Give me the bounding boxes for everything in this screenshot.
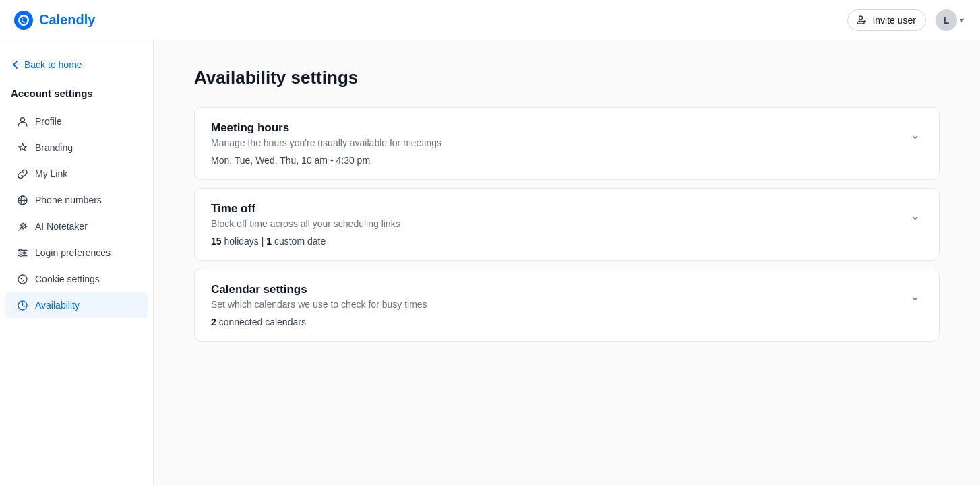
star-icon [16,141,28,154]
sidebar-item-phone-numbers-label: Phone numbers [35,195,102,205]
link-icon [16,168,28,180]
sidebar: Back to home Account settings Profile Br… [0,40,154,485]
sidebar-item-my-link-label: My Link [35,168,67,179]
svg-point-0 [14,11,33,30]
user-avatar: L [936,9,957,31]
time-off-card: Time off Block off time across all your … [194,188,940,261]
header-right: Invite user L ▾ [847,7,967,34]
svg-point-6 [20,255,22,257]
svg-point-8 [20,278,22,279]
user-menu-button[interactable]: L ▾ [933,7,967,34]
svg-point-4 [19,249,21,251]
logo-text: Calendly [39,12,95,28]
sidebar-item-phone-numbers[interactable]: Phone numbers [5,187,148,213]
invite-user-icon [857,15,868,26]
calendar-settings-card-info: Calendar settings Set which calendars we… [211,283,427,310]
svg-point-5 [23,252,25,254]
meeting-hours-card-header[interactable]: Meeting hours Manage the hours you're us… [195,108,939,148]
time-off-body: 15 holidays | 1 custom date [195,229,939,260]
invite-user-button[interactable]: Invite user [847,9,926,31]
back-arrow-icon [11,60,20,69]
sidebar-item-cookie-settings-label: Cookie settings [35,273,100,284]
globe-icon [16,194,28,206]
sidebar-item-profile[interactable]: Profile [5,108,148,134]
meeting-hours-desc: Manage the hours you're usually availabl… [211,137,441,148]
meeting-hours-card-info: Meeting hours Manage the hours you're us… [211,121,441,148]
invite-user-label: Invite user [872,15,916,26]
sidebar-item-login-preferences-label: Login preferences [35,247,111,258]
user-menu-chevron-icon: ▾ [960,15,964,25]
sliders-icon [16,247,28,259]
svg-point-9 [23,280,24,281]
time-off-custom-count: 1 [266,236,272,247]
page-title: Availability settings [194,67,940,88]
sidebar-item-my-link[interactable]: My Link [5,161,148,187]
main-content: Availability settings Meeting hours Mana… [154,40,980,485]
calendar-settings-title: Calendar settings [211,283,427,296]
calendly-logo-icon [13,10,34,30]
sidebar-item-profile-label: Profile [35,116,62,127]
header: Calendly Invite user L ▾ [0,0,980,40]
meeting-hours-body: Mon, Tue, Wed, Thu, 10 am - 4:30 pm [195,148,939,179]
meeting-hours-detail: Mon, Tue, Wed, Thu, 10 am - 4:30 pm [211,155,370,166]
time-off-title: Time off [211,202,400,216]
person-icon [16,115,28,127]
sidebar-item-branding[interactable]: Branding [5,135,148,160]
svg-point-1 [20,117,24,121]
time-off-holidays-label: holidays | [224,236,266,247]
layout: Back to home Account settings Profile Br… [0,40,980,485]
wand-icon [16,220,28,232]
time-off-desc: Block off time across all your schedulin… [211,218,400,229]
logo: Calendly [13,10,95,30]
meeting-hours-title: Meeting hours [211,121,441,135]
calendar-settings-card: Calendar settings Set which calendars we… [194,269,940,342]
connected-calendars-count: 2 [211,317,216,327]
sidebar-item-login-preferences[interactable]: Login preferences [5,240,148,265]
meeting-hours-chevron-icon: ⌄ [907,125,923,145]
calendar-settings-card-header[interactable]: Calendar settings Set which calendars we… [195,269,939,310]
sidebar-item-ai-notetaker[interactable]: AI Notetaker [5,214,148,239]
sidebar-item-availability[interactable]: Availability [5,292,148,318]
back-to-home-label: Back to home [24,59,82,70]
time-off-card-header[interactable]: Time off Block off time across all your … [195,189,939,229]
meeting-hours-card: Meeting hours Manage the hours you're us… [194,107,940,180]
sidebar-item-cookie-settings[interactable]: Cookie settings [5,266,148,292]
back-to-home-link[interactable]: Back to home [0,54,153,75]
svg-point-10 [22,280,22,281]
calendar-settings-desc: Set which calendars we use to check for … [211,299,427,310]
time-off-custom-label: custom date [274,236,326,247]
sidebar-item-ai-notetaker-label: AI Notetaker [35,221,88,232]
time-off-chevron-icon: ⌄ [907,205,923,226]
connected-calendars-label: connected calendars [219,317,306,327]
time-off-holidays-count: 15 [211,236,222,247]
clock-icon [16,299,28,311]
calendar-settings-chevron-icon: ⌄ [907,286,923,306]
time-off-card-info: Time off Block off time across all your … [211,202,400,229]
sidebar-item-availability-label: Availability [35,300,80,311]
sidebar-item-branding-label: Branding [35,142,73,153]
account-settings-label: Account settings [0,82,153,104]
svg-point-7 [18,275,27,284]
cookie-icon [16,273,28,285]
calendar-settings-body: 2 connected calendars [195,310,939,341]
